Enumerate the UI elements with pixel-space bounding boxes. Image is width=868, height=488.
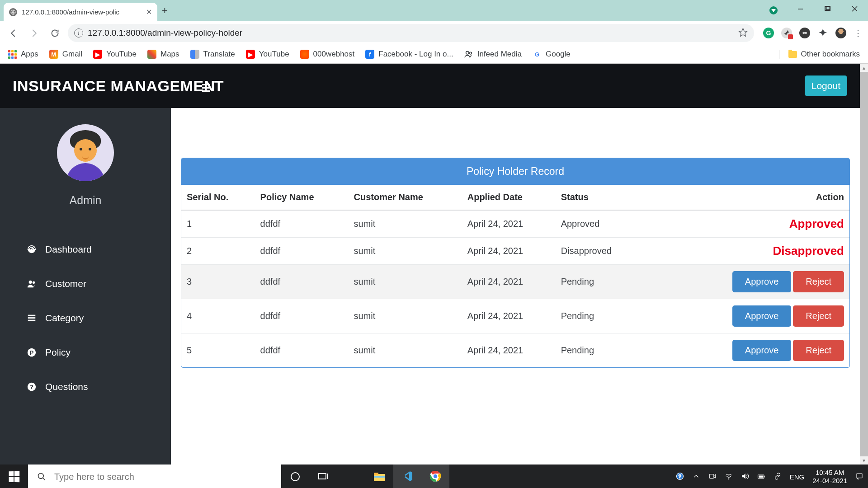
logout-button[interactable]: Logout — [805, 75, 847, 96]
bookmark-facebook[interactable]: fFacebook - Log In o... — [365, 50, 453, 59]
task-chrome[interactable] — [421, 465, 449, 488]
scroll-thumb[interactable] — [860, 72, 868, 456]
bookmark-youtube[interactable]: ▶YouTube — [93, 50, 137, 59]
list-icon — [26, 313, 37, 323]
sidebar-item-label: Category — [45, 313, 84, 324]
task-cortana-icon[interactable] — [281, 465, 309, 488]
svg-rect-38 — [764, 476, 765, 477]
svg-rect-15 — [28, 320, 36, 321]
reject-button[interactable]: Reject — [793, 340, 844, 361]
nav-back-button[interactable] — [5, 25, 21, 41]
cell-customer: sumit — [348, 299, 462, 333]
col-status: Status — [556, 185, 689, 210]
chrome-menu-button[interactable]: ⋮ — [854, 28, 863, 38]
svg-rect-39 — [759, 475, 764, 478]
svg-marker-8 — [739, 28, 747, 36]
window-close-button[interactable] — [841, 0, 868, 17]
cell-applied: April 24, 2021 — [462, 265, 556, 299]
bookmark-label: Maps — [160, 50, 179, 59]
approve-button[interactable]: Approve — [732, 340, 792, 361]
scroll-up-icon[interactable]: ▲ — [862, 64, 866, 72]
svg-point-12 — [33, 282, 35, 284]
extension-pin-icon[interactable] — [781, 28, 792, 38]
sidebar-item-category[interactable]: Category — [0, 301, 171, 335]
extension-icons: G ✦ ⋮ — [760, 28, 863, 38]
col-customer: Customer Name — [348, 185, 462, 210]
tab-badge-icon[interactable] — [769, 6, 778, 14]
browser-address-bar: i 127.0.0.1:8000/admin-view-policy-holde… — [0, 21, 868, 45]
profile-avatar-icon[interactable] — [835, 28, 846, 38]
task-taskview-icon[interactable] — [309, 465, 337, 488]
bookmark-translate[interactable]: Translate — [190, 50, 235, 59]
nav-forward-button[interactable] — [26, 25, 42, 41]
cell-customer: sumit — [348, 210, 462, 238]
tray-chevron-up-icon[interactable] — [692, 472, 700, 482]
task-file-explorer[interactable] — [365, 465, 393, 488]
vertical-scrollbar[interactable]: ▲ ▼ — [860, 64, 868, 465]
bookmark-apps[interactable]: Apps — [8, 50, 38, 59]
tray-battery-icon[interactable] — [757, 472, 765, 482]
sidebar-item-label: Questions — [45, 381, 88, 392]
tray-link-icon[interactable] — [774, 472, 782, 482]
svg-point-22 — [291, 473, 299, 481]
cell-policy: ddfdf — [255, 265, 349, 299]
extensions-puzzle-icon[interactable]: ✦ — [817, 28, 828, 38]
bookmark-maps[interactable]: Maps — [147, 50, 179, 59]
tray-help-icon[interactable]: ? — [676, 472, 684, 482]
sidebar-item-questions[interactable]: ? Questions — [0, 370, 171, 404]
reject-button[interactable]: Reject — [793, 271, 844, 292]
bookmark-star-icon[interactable] — [738, 28, 748, 39]
hamburger-menu-icon[interactable] — [202, 84, 210, 92]
dashboard-icon — [26, 244, 37, 254]
bookmark-youtube-2[interactable]: ▶YouTube — [246, 50, 289, 59]
sidebar-item-policy[interactable]: P Policy — [0, 335, 171, 370]
browser-tab-bar: 127.0.0.1:8000/admin-view-polic ✕ + — [0, 0, 868, 21]
approve-button[interactable]: Approve — [732, 305, 792, 327]
bookmark-000webhost[interactable]: 000webhost — [300, 50, 355, 59]
reject-button[interactable]: Reject — [793, 305, 844, 327]
bookmark-gmail[interactable]: MGmail — [49, 50, 82, 59]
svg-point-35 — [728, 479, 729, 479]
tray-wifi-icon[interactable] — [725, 472, 733, 482]
sidebar-item-customer[interactable]: Customer — [0, 267, 171, 301]
tray-language[interactable]: ENG — [790, 473, 805, 481]
window-minimize-button[interactable] — [787, 0, 814, 17]
new-tab-button[interactable]: + — [162, 5, 168, 17]
start-button[interactable] — [0, 465, 28, 488]
folder-icon — [788, 51, 797, 58]
nav-reload-button[interactable] — [47, 25, 62, 41]
site-info-icon[interactable]: i — [74, 28, 83, 38]
url-input[interactable]: i 127.0.0.1:8000/admin-view-policy-holde… — [68, 24, 754, 42]
bookmark-google[interactable]: GGoogle — [533, 50, 571, 59]
task-app-blank[interactable] — [337, 465, 365, 488]
svg-rect-40 — [857, 474, 862, 478]
extension-grammarly-icon[interactable]: G — [763, 28, 774, 38]
window-maximize-button[interactable] — [814, 0, 841, 17]
task-vscode[interactable] — [393, 465, 421, 488]
translate-icon — [190, 50, 199, 59]
taskbar-search[interactable] — [28, 465, 281, 488]
cell-serial: 5 — [181, 333, 255, 368]
sidebar-item-dashboard[interactable]: Dashboard — [0, 232, 171, 267]
cell-serial: 2 — [181, 238, 255, 265]
bookmark-infeed-media[interactable]: Infeed Media — [464, 50, 522, 59]
approve-button[interactable]: Approve — [732, 271, 792, 292]
svg-rect-23 — [319, 474, 326, 479]
taskbar-search-input[interactable] — [53, 471, 272, 483]
tray-clock[interactable]: 10:45 AM 24-04-2021 — [812, 469, 847, 485]
cell-customer: sumit — [348, 333, 462, 368]
tray-volume-icon[interactable] — [741, 472, 749, 482]
close-tab-icon[interactable]: ✕ — [146, 8, 152, 16]
cell-policy: ddfdf — [255, 299, 349, 333]
svg-point-20 — [38, 474, 44, 479]
svg-rect-13 — [28, 315, 36, 316]
other-bookmarks[interactable]: Other bookmarks — [779, 50, 860, 59]
col-applied: Applied Date — [462, 185, 556, 210]
browser-tab[interactable]: 127.0.0.1:8000/admin-view-polic ✕ — [4, 3, 157, 21]
policy-holder-panel: Policy Holder Record Serial No. Policy N… — [181, 158, 850, 368]
tray-meet-now-icon[interactable] — [708, 472, 717, 482]
extension-infinity-icon[interactable] — [799, 28, 810, 38]
tray-notifications-icon[interactable] — [855, 472, 863, 482]
scroll-down-icon[interactable]: ▼ — [862, 456, 866, 465]
tray-date: 24-04-2021 — [812, 477, 847, 485]
